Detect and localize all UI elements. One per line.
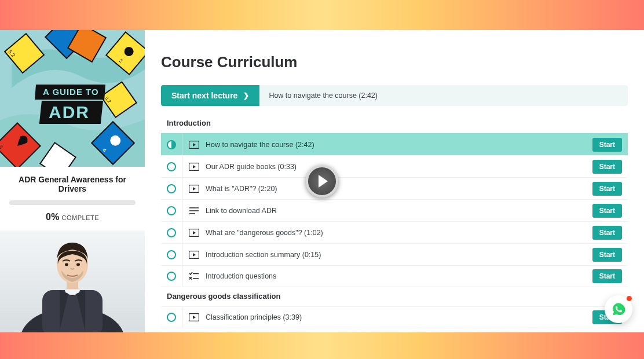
lecture-row[interactable]: What is "ADR"? (2:20)Start bbox=[161, 177, 628, 199]
lecture-status bbox=[161, 162, 182, 171]
lecture-label: What is "ADR"? (2:20) bbox=[206, 185, 592, 193]
bottom-banner bbox=[0, 332, 644, 359]
lecture-type bbox=[182, 251, 206, 259]
start-button[interactable]: Start bbox=[592, 269, 622, 283]
play-button-overlay[interactable] bbox=[306, 165, 338, 197]
content-stage: 3 4 5.2 2 5.2 A GUIDE TO ADR A bbox=[0, 30, 644, 332]
svg-marker-29 bbox=[193, 165, 196, 168]
instructor-image bbox=[0, 230, 145, 332]
lecture-type bbox=[182, 207, 206, 215]
hero-line2: ADR bbox=[49, 102, 90, 122]
progress-bar bbox=[9, 200, 136, 205]
video-icon bbox=[189, 251, 199, 259]
lecture-type bbox=[182, 272, 206, 280]
lecture-type bbox=[182, 229, 206, 237]
svg-point-25 bbox=[76, 263, 80, 266]
chevron-right-icon: ❯ bbox=[243, 91, 249, 100]
page-title: Course Curriculum bbox=[161, 53, 628, 71]
top-banner bbox=[0, 0, 644, 30]
lecture-label: Introduction questions bbox=[206, 272, 592, 280]
lecture-status bbox=[161, 228, 182, 237]
status-not-started-icon bbox=[167, 184, 176, 193]
curriculum-sections: IntroductionHow to navigate the course (… bbox=[161, 119, 628, 328]
lecture-type bbox=[182, 185, 206, 193]
lecture-row[interactable]: Classification principles (3:39)Start bbox=[161, 306, 628, 328]
lecture-row[interactable]: Our ADR guide books (0:33)Start bbox=[161, 155, 628, 177]
start-button[interactable]: Start bbox=[592, 138, 622, 152]
progress-label: COMPLETE bbox=[62, 214, 100, 221]
lecture-status bbox=[161, 250, 182, 259]
lecture-type bbox=[182, 163, 206, 171]
lecture-label: How to navigate the course (2:42) bbox=[206, 141, 592, 149]
lecture-status bbox=[161, 140, 182, 149]
status-not-started-icon bbox=[167, 272, 176, 281]
start-button[interactable]: Start bbox=[592, 226, 622, 240]
section-items: How to navigate the course (2:42)StartOu… bbox=[161, 133, 628, 287]
lecture-label: Our ADR guide books (0:33) bbox=[206, 163, 592, 171]
sidebar: 3 4 5.2 2 5.2 A GUIDE TO ADR A bbox=[0, 30, 145, 332]
svg-marker-31 bbox=[193, 187, 196, 191]
lecture-status bbox=[161, 206, 182, 215]
lecture-row[interactable]: Link to download ADRStart bbox=[161, 199, 628, 221]
video-icon bbox=[189, 229, 199, 237]
video-icon bbox=[189, 313, 199, 321]
lecture-row[interactable]: Introduction section summary (0:15)Start bbox=[161, 243, 628, 265]
lecture-label: What are "dangerous goods"? (1:02) bbox=[206, 229, 592, 237]
lecture-status bbox=[161, 184, 182, 193]
svg-marker-27 bbox=[193, 143, 196, 146]
svg-marker-36 bbox=[193, 231, 196, 235]
lecture-row[interactable]: What are "dangerous goods"? (1:02)Start bbox=[161, 221, 628, 243]
course-meta: ADR General Awareness for Drivers 0% COM… bbox=[0, 167, 145, 230]
svg-point-24 bbox=[65, 263, 68, 266]
progress-text: 0% COMPLETE bbox=[9, 212, 136, 222]
lecture-label: Classification principles (3:39) bbox=[206, 313, 592, 321]
lecture-label: Link to download ADR bbox=[206, 207, 592, 215]
video-icon bbox=[189, 141, 199, 149]
course-hero-image: 3 4 5.2 2 5.2 A GUIDE TO ADR bbox=[0, 30, 145, 167]
start-button[interactable]: Start bbox=[592, 248, 622, 262]
next-lecture-title: How to navigate the course (2:42) bbox=[259, 85, 387, 106]
status-not-started-icon bbox=[167, 250, 176, 259]
lecture-type bbox=[182, 141, 206, 149]
lecture-type bbox=[182, 313, 206, 321]
notification-dot bbox=[627, 296, 632, 301]
start-button[interactable]: Start bbox=[592, 160, 622, 174]
video-icon bbox=[189, 185, 199, 193]
lecture-status bbox=[161, 272, 182, 281]
section-title: Introduction bbox=[167, 119, 628, 127]
start-next-lecture-button[interactable]: Start next lecture ❯ bbox=[161, 85, 259, 106]
hero-line1: A GUIDE TO bbox=[43, 87, 99, 97]
whatsapp-button[interactable] bbox=[605, 295, 632, 323]
quiz-icon bbox=[189, 272, 199, 280]
course-title: ADR General Awareness for Drivers bbox=[9, 175, 136, 193]
lecture-row[interactable]: How to navigate the course (2:42)Start bbox=[161, 133, 628, 155]
section-items: Classification principles (3:39)Start bbox=[161, 306, 628, 328]
status-not-started-icon bbox=[167, 206, 176, 215]
start-button[interactable]: Start bbox=[592, 182, 622, 196]
status-not-started-icon bbox=[167, 313, 176, 322]
next-lecture-bar: Start next lecture ❯ How to navigate the… bbox=[161, 85, 628, 106]
text-icon bbox=[189, 207, 199, 215]
start-button[interactable]: Start bbox=[592, 204, 622, 218]
lecture-label: Introduction section summary (0:15) bbox=[206, 251, 592, 259]
whatsapp-icon bbox=[611, 302, 626, 317]
progress-percent: 0% bbox=[46, 212, 60, 222]
section-title: Dangerous goods classification bbox=[167, 292, 628, 301]
main-content: Course Curriculum Start next lecture ❯ H… bbox=[145, 30, 644, 332]
lecture-row[interactable]: Introduction questionsStart bbox=[161, 265, 628, 287]
lecture-status bbox=[161, 313, 182, 322]
svg-marker-38 bbox=[193, 253, 196, 257]
adr-hero-svg: 3 4 5.2 2 5.2 A GUIDE TO ADR bbox=[0, 30, 145, 167]
svg-marker-44 bbox=[193, 316, 196, 319]
status-not-started-icon bbox=[167, 228, 176, 237]
start-next-lecture-label: Start next lecture bbox=[171, 91, 237, 100]
status-in-progress-icon bbox=[167, 140, 176, 149]
video-icon bbox=[189, 163, 199, 171]
status-not-started-icon bbox=[167, 162, 176, 171]
